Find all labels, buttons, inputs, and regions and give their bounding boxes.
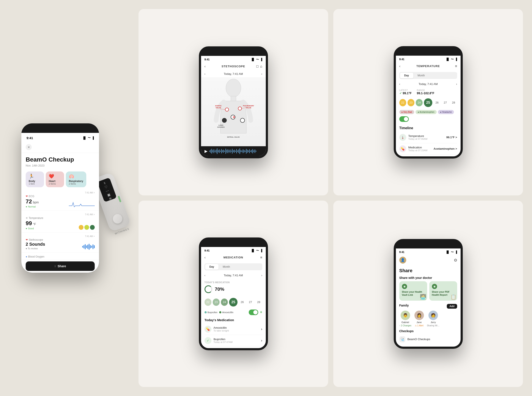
ibuprofen-arrow: › — [261, 339, 262, 343]
stethoscope-metric-row[interactable]: 7:41 AM > ❤ Stethoscope 2 Sounds ● To re… — [21, 233, 99, 253]
temp-next-button[interactable]: › — [456, 82, 457, 86]
temp-range-stat: RANGE 99.1-102.8°F — [417, 89, 434, 95]
close-button[interactable]: ✕ — [26, 144, 32, 150]
cal-day-28[interactable]: 28 — [450, 99, 457, 106]
temperature-header: ‹ TEMPERATURE ≡ — [396, 62, 461, 70]
body-icon: 🏃 — [29, 174, 34, 179]
timeline-temp-item[interactable]: 🌡️ Temperature Today at 07:06AM 99.1°F > — [399, 132, 457, 143]
med-cal-26[interactable]: 26 — [239, 298, 246, 306]
ibuprofen-list-item[interactable]: ✓ Ibuprofen Today at 07:47AM › — [205, 335, 262, 346]
temp-menu-icon[interactable]: ≡ — [455, 64, 457, 68]
pdf-illustration: 📋 — [450, 294, 456, 300]
beamo-checkup-item[interactable]: 🩺 BeamO Checkups — [399, 335, 457, 344]
svg-rect-52 — [247, 150, 248, 153]
med-prev-button[interactable]: ‹ — [205, 274, 205, 277]
med-cal-23[interactable]: 23 — [213, 298, 220, 306]
svg-rect-36 — [230, 150, 230, 153]
share-settings-icon[interactable]: ⊙ — [454, 258, 457, 262]
ecg-metric-row[interactable]: 7:41 AM > ❤ ECG 72 bpm ● Normal — [21, 189, 99, 211]
timeline-med-name: Medication — [408, 146, 434, 149]
med-next-button[interactable]: › — [261, 274, 262, 277]
share-button[interactable]: ↑ Share — [26, 262, 95, 271]
steth-back-button[interactable]: ‹ — [205, 64, 206, 68]
hero-top-bar: ✕ — [21, 141, 99, 153]
med-day-month-toggle: Day Month — [205, 263, 262, 270]
med-status-bar: 9:41 ▐▌ 〜 ▐ — [201, 247, 266, 253]
cal-day-25[interactable]: 25 — [424, 98, 432, 107]
temp-prev-button[interactable]: ‹ — [399, 82, 400, 86]
gabriel-status: ↑ 2 Changes — [399, 324, 411, 327]
svg-rect-41 — [235, 151, 236, 152]
medication-screen: 9:41 ▐▌ 〜 ▐ ‹ MEDICATION ≡ — [201, 247, 266, 348]
family-members: 👨 Gabriel ↑ 2 Changes 👩 Jane ⚠ 1 Alert — [399, 311, 457, 327]
hero-title-section: BeamO Checkup Nov. 14th 2023 — [21, 153, 99, 170]
respiratory-category-pill[interactable]: 🫁 Respiratory 2 Items — [66, 171, 86, 187]
steth-next-button[interactable]: › — [261, 72, 262, 76]
med-back-button[interactable]: ‹ — [205, 256, 206, 259]
med-cal-22[interactable]: 22 — [205, 298, 211, 306]
share-cards: ◉ Share your Health Vault Link 🧑‍💻 ◉ — [399, 281, 457, 301]
steth-prev-button[interactable]: ‹ — [205, 72, 205, 76]
cal-day-26[interactable]: 26 — [434, 99, 440, 106]
timeline-section: Timeline 🌡️ Temperature Today at 07:06AM… — [396, 124, 461, 156]
jerry-member: 🧑 Jerry Sharing Wi… — [427, 311, 440, 327]
svg-rect-23 — [216, 150, 216, 153]
amoxicillin-label: Amoxicillin — [222, 311, 234, 314]
steth-share-icon[interactable]: □ — [256, 64, 258, 68]
temperature-metric-row[interactable]: 7:41 AM > ✕ Temperature 99 °F ● Good — [21, 211, 99, 233]
heart-category-pill[interactable]: ❤️ Heart 2 Items — [46, 171, 64, 187]
add-family-button[interactable]: Add — [447, 304, 457, 309]
med-day-toggle[interactable]: Day — [205, 264, 219, 270]
cal-day-27[interactable]: 27 — [442, 99, 449, 106]
med-month-toggle[interactable]: Month — [219, 264, 234, 270]
med-signal: ▐▌ — [251, 249, 255, 252]
health-vault-card[interactable]: ◉ Share your Health Vault Link 🧑‍💻 — [399, 281, 427, 301]
amoxicillin-list-item[interactable]: 💊 Amoxicillin To take tonight › — [205, 324, 262, 335]
blood-oxygen-row[interactable]: ● Blood Oxygen — [21, 253, 99, 260]
steth-home-icon[interactable]: ⌂ — [260, 64, 262, 68]
steth-status: ● To review — [26, 247, 45, 250]
checkups-title: Checkups — [399, 329, 457, 333]
body-category-pill[interactable]: 🏃 Body 1 Item — [26, 171, 44, 187]
temp-back-button[interactable]: ‹ — [399, 64, 400, 68]
med-cal-28[interactable]: 28 — [255, 298, 262, 306]
cal-day-23[interactable]: 23 — [408, 99, 415, 106]
svg-rect-54 — [249, 149, 250, 153]
med-cal-24[interactable]: 24 — [221, 298, 228, 306]
play-button[interactable]: ▶ — [205, 149, 208, 154]
temp-dot-1 — [79, 225, 83, 230]
pdf-report-card[interactable]: ◉ Share your PDF Health Report 📋 — [429, 281, 457, 301]
med-menu-icon[interactable]: ≡ — [260, 256, 262, 259]
family-header: Family Add — [399, 304, 457, 309]
ibuprofen-dot — [205, 311, 207, 313]
vault-icon-sym: ◉ — [403, 285, 406, 288]
temp-phone-mockup: 9:41 ▐▌ 〜 ▐ ‹ TEMPERATURE ≡ — [394, 46, 463, 158]
waveform-svg — [209, 148, 257, 154]
med-cal-25[interactable]: 25 — [229, 298, 237, 307]
cal-day-22[interactable]: 22 — [399, 99, 406, 106]
beamo-checkup-icon: 🩺 — [399, 336, 405, 342]
waveform-player: ▶ — [201, 146, 266, 156]
med-calendar: 22 23 24 25 26 27 28 — [201, 296, 266, 308]
svg-point-15 — [233, 116, 235, 118]
med-toggle-switch[interactable] — [249, 309, 258, 315]
device-led — [117, 196, 122, 202]
month-toggle-button[interactable]: Month — [413, 73, 429, 78]
timeline-med-item[interactable]: 💊 Medication Today at 07:15AM Acetaminop… — [399, 143, 457, 155]
med-add-icon[interactable]: + — [260, 310, 262, 314]
share-label: Share — [58, 264, 66, 268]
respiratory-sub: 2 Items — [69, 183, 76, 185]
svg-text:LUNG: LUNG — [218, 124, 223, 126]
cal-day-24[interactable]: 24 — [416, 99, 423, 106]
device-button[interactable] — [111, 213, 124, 225]
time-display: 9:41 — [27, 136, 33, 140]
day-toggle-button[interactable]: Day — [400, 73, 413, 78]
steth-time: 9:41 — [205, 58, 210, 61]
amoxicillin-when: To take tonight — [214, 329, 261, 332]
temp-date-nav: ‹ Today, 7:41 AM › — [396, 81, 461, 87]
med-cal-27[interactable]: 27 — [247, 298, 254, 306]
svg-text:PULMONARY: PULMONARY — [243, 105, 254, 107]
wave-9 — [93, 244, 94, 249]
steth-screen-title: STETHOSCOPE — [222, 65, 245, 68]
temp-toggle-switch[interactable] — [399, 116, 409, 122]
